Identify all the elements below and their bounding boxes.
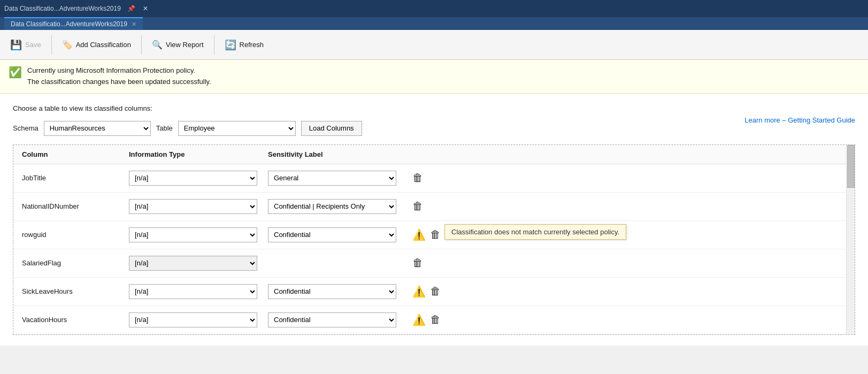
table-row: rowguid [n/a] Confidential ⚠️ 🗑 Classifi…: [13, 221, 846, 249]
view-report-button[interactable]: 🔍 View Report: [146, 33, 210, 57]
info-type-select[interactable]: [n/a]: [129, 284, 257, 299]
toolbar-separator-3: [214, 35, 214, 55]
load-columns-button[interactable]: Load Columns: [301, 121, 362, 136]
warning-icon[interactable]: ⚠️: [412, 285, 426, 298]
info-type-select[interactable]: [n/a]: [129, 227, 257, 242]
column-headers: Column Information Type Sensitivity Labe…: [13, 145, 846, 164]
table-selector-left: Choose a table to view its classified co…: [13, 104, 506, 136]
title-bar-text: Data Classificatio...AdventureWorks2019: [4, 5, 121, 12]
delete-icon[interactable]: 🗑: [412, 172, 423, 184]
row-column-name: SickLeaveHours: [22, 287, 129, 295]
table-row: SalariedFlag [n/a] 🗑: [13, 249, 846, 278]
row-actions: 🗑: [412, 172, 423, 184]
table-row: VacationHours [n/a] Confidential ⚠️ 🗑: [13, 306, 846, 334]
col-header-info-type: Information Type: [129, 150, 268, 158]
notification-line1: Currently using Microsoft Information Pr…: [27, 65, 211, 77]
schema-select[interactable]: HumanResources: [44, 121, 151, 136]
row-sensitivity: Confidential: [268, 284, 407, 299]
scroll-track[interactable]: [846, 145, 855, 334]
main-tab[interactable]: Data Classificatio...AdventureWorks2019 …: [4, 17, 143, 30]
sensitivity-select[interactable]: Confidential: [268, 227, 396, 242]
row-sensitivity: Confidential: [268, 312, 407, 327]
table-select[interactable]: Employee: [178, 121, 296, 136]
add-classification-icon: 🏷️: [62, 40, 73, 50]
notification-text: Currently using Microsoft Information Pr…: [27, 65, 211, 88]
save-label: Save: [25, 41, 41, 49]
row-info-type: [n/a]: [129, 312, 268, 327]
row-actions: ⚠️ 🗑: [412, 314, 441, 326]
info-type-select[interactable]: [n/a]: [129, 171, 257, 186]
warning-icon[interactable]: ⚠️: [412, 228, 426, 241]
row-info-type: [n/a]: [129, 284, 268, 299]
sensitivity-select[interactable]: Confidential: [268, 284, 396, 299]
row-actions: 🗑: [412, 257, 423, 269]
toolbar-separator-1: [51, 35, 52, 55]
title-bar-controls: 📌 ✕: [124, 4, 151, 13]
row-column-name: NationalIDNumber: [22, 202, 129, 210]
delete-icon[interactable]: 🗑: [430, 228, 441, 241]
row-info-type: [n/a]: [129, 227, 268, 242]
sensitivity-select[interactable]: Confidential | Recipients Only: [268, 199, 396, 214]
add-classification-label: Add Classification: [76, 41, 131, 49]
tab-label: Data Classificatio...AdventureWorks2019: [11, 20, 127, 28]
view-report-icon: 🔍: [152, 40, 163, 50]
row-sensitivity: Confidential: [268, 227, 407, 242]
row-column-name: JobTitle: [22, 174, 129, 182]
view-report-label: View Report: [166, 41, 204, 49]
save-icon: 💾: [10, 39, 22, 51]
notification-bar: ✅ Currently using Microsoft Information …: [0, 60, 868, 94]
table-label: Table: [156, 124, 173, 132]
row-actions: ⚠️ 🗑 Classification does not match curre…: [412, 228, 441, 241]
main-content: Choose a table to view its classified co…: [0, 94, 868, 346]
schema-label: Schema: [13, 124, 39, 132]
notification-success-icon: ✅: [9, 66, 22, 79]
delete-icon[interactable]: 🗑: [430, 314, 441, 326]
notification-line2: The classification changes have been upd…: [27, 77, 211, 88]
row-actions: 🗑: [412, 200, 423, 212]
delete-icon[interactable]: 🗑: [430, 285, 441, 297]
row-info-type: [n/a]: [129, 171, 268, 186]
table-row: SickLeaveHours [n/a] Confidential ⚠️ 🗑: [13, 278, 846, 306]
pin-button[interactable]: 📌: [124, 4, 139, 13]
row-column-name: SalariedFlag: [22, 259, 129, 267]
row-column-name: rowguid: [22, 231, 129, 239]
refresh-label: Refresh: [240, 41, 264, 49]
info-type-select[interactable]: [n/a]: [129, 199, 257, 214]
choose-prompt: Choose a table to view its classified co…: [13, 104, 152, 112]
tab-close-icon[interactable]: ✕: [132, 21, 136, 28]
delete-icon[interactable]: 🗑: [412, 200, 423, 212]
tooltip-box: Classification does not match currently …: [444, 224, 626, 240]
add-classification-button[interactable]: 🏷️ Add Classification: [56, 33, 137, 57]
close-button[interactable]: ✕: [140, 4, 151, 13]
title-bar: Data Classificatio...AdventureWorks2019 …: [0, 0, 868, 17]
row-column-name: VacationHours: [22, 316, 129, 324]
classification-table: Column Information Type Sensitivity Labe…: [13, 144, 855, 335]
table-selector-row: Choose a table to view its classified co…: [13, 104, 855, 136]
row-sensitivity: General: [268, 171, 407, 186]
table-row: NationalIDNumber [n/a] Confidential | Re…: [13, 193, 846, 221]
save-button[interactable]: 💾 Save: [4, 33, 47, 57]
learn-more-link[interactable]: Learn more – Getting Started Guide: [744, 116, 855, 124]
scroll-thumb[interactable]: [847, 145, 855, 188]
info-type-select[interactable]: [n/a]: [129, 256, 257, 271]
col-header-column: Column: [22, 150, 129, 158]
sensitivity-select[interactable]: Confidential: [268, 312, 396, 327]
col-header-sensitivity: Sensitivity Label: [268, 150, 407, 158]
delete-icon[interactable]: 🗑: [412, 257, 423, 269]
table-row: JobTitle [n/a] General 🗑: [13, 164, 846, 193]
warning-icon[interactable]: ⚠️: [412, 314, 426, 326]
toolbar-separator-2: [141, 35, 142, 55]
row-info-type: [n/a]: [129, 256, 268, 271]
row-sensitivity: Confidential | Recipients Only: [268, 199, 407, 214]
info-type-select[interactable]: [n/a]: [129, 312, 257, 327]
row-info-type: [n/a]: [129, 199, 268, 214]
refresh-icon: 🔄: [225, 39, 236, 51]
row-actions: ⚠️ 🗑: [412, 285, 441, 298]
toolbar: 💾 Save 🏷️ Add Classification 🔍 View Repo…: [0, 30, 868, 60]
refresh-button[interactable]: 🔄 Refresh: [219, 33, 270, 57]
sensitivity-select[interactable]: General: [268, 171, 396, 186]
